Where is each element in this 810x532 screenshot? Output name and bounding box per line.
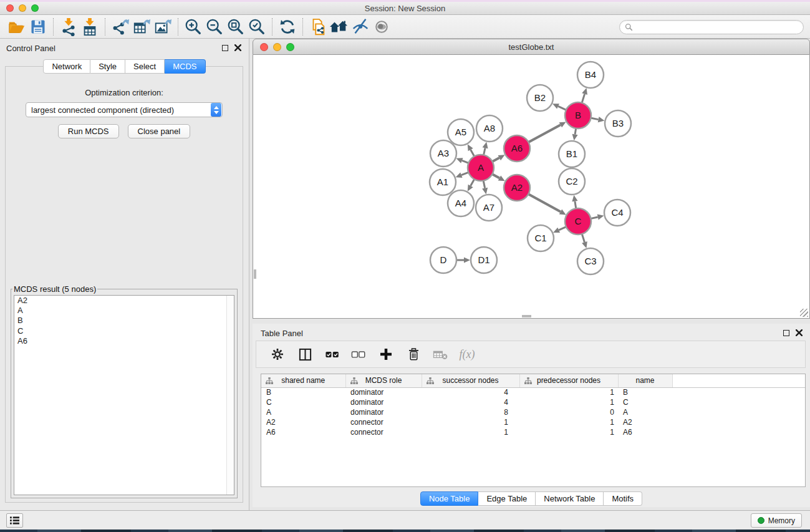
close-panel-icon-button[interactable] [234,44,241,51]
table-cell[interactable]: C [261,397,345,407]
mcds-list-scrollbar[interactable] [226,296,234,495]
float-table-panel-button[interactable] [783,330,789,336]
tab-select[interactable]: Select [125,59,165,74]
table-cell[interactable]: 0 [519,407,618,417]
table-cell[interactable]: connector [345,417,422,427]
tab-node-table[interactable]: Node Table [420,491,479,506]
refresh-view-button[interactable] [277,17,298,37]
table-row[interactable]: Bdominator41B [261,387,805,397]
import-table-button[interactable] [79,17,100,37]
network-window-titlebar[interactable]: testGlobe.txt [253,39,810,55]
column-header-MCDS-role[interactable]: MCDS role [345,374,422,387]
hide-selected-button[interactable] [350,17,371,37]
network-zoom-button[interactable] [286,43,294,51]
horizontal-scroll-indicator[interactable] [522,315,531,317]
delete-table-button[interactable] [430,343,452,365]
criterion-dropdown[interactable]: largest connected component (directed) [26,102,223,117]
table-cell[interactable]: A6 [261,427,345,437]
table-cell[interactable]: 4 [422,387,519,397]
table-cell[interactable]: B [618,387,672,397]
network-close-button[interactable] [260,43,268,51]
graph-edge-A2-C[interactable] [528,193,561,211]
mcds-result-item[interactable]: A2 [14,296,234,306]
table-options-button[interactable] [266,343,289,365]
run-mcds-button[interactable]: Run MCDS [58,124,119,138]
task-history-button[interactable] [6,513,23,528]
close-table-panel-button[interactable] [796,329,803,336]
search-input[interactable] [636,23,798,32]
table-cell[interactable]: 8 [422,407,519,417]
table-cell[interactable]: A [618,407,672,417]
table-row[interactable]: Cdominator41C [261,397,805,407]
column-header-shared-name[interactable]: shared name [261,374,345,387]
table-cell[interactable]: 1 [422,417,519,427]
save-session-button[interactable] [27,17,49,37]
close-panel-button[interactable]: Close panel [128,124,191,138]
table-cell[interactable]: 1 [422,427,519,437]
close-window-button[interactable] [6,4,14,12]
mcds-result-item[interactable]: A [14,306,234,316]
vertical-scroll-indicator[interactable] [254,269,256,279]
network-minimize-button[interactable] [273,43,281,51]
table-cell[interactable]: 4 [422,397,519,407]
minimize-window-button[interactable] [19,4,26,12]
table-cell[interactable]: B [261,387,345,397]
table-cell[interactable]: A2 [618,417,672,427]
tab-style[interactable]: Style [90,59,125,74]
mcds-result-item[interactable]: C [14,326,234,336]
table-cell[interactable]: A2 [261,417,345,427]
delete-columns-button[interactable] [402,343,425,365]
graph-edge-A6-B[interactable] [528,125,561,143]
memory-button[interactable]: Memory [751,513,802,528]
mcds-result-list[interactable]: A2ABCA6 [14,295,234,495]
export-table-button[interactable] [131,17,152,37]
clone-network-button[interactable] [307,17,329,37]
show-columns-button[interactable] [294,343,316,365]
column-header-name[interactable]: name [618,374,672,387]
unselect-all-button[interactable] [347,343,370,365]
zoom-out-button[interactable] [204,17,225,37]
export-image-button[interactable] [152,17,173,37]
node-table-container[interactable]: shared nameMCDS rolesuccessor nodesprede… [261,374,806,487]
zoom-fit-button[interactable] [225,17,246,37]
table-cell[interactable]: A6 [618,427,672,437]
network-canvas[interactable]: B4B2BB3A8A5A6A3B1AA1C2A2A4A7C4CC1C3DD1 [253,55,810,319]
tab-network-table[interactable]: Network Table [536,491,604,506]
table-cell[interactable]: dominator [345,397,422,407]
export-network-button[interactable] [110,17,131,37]
table-cell[interactable]: 1 [519,397,618,407]
select-all-button[interactable] [321,343,344,365]
column-header-successor-nodes[interactable]: successor nodes [422,374,519,387]
table-row[interactable]: A2connector11A2 [261,417,805,427]
open-session-button[interactable] [6,17,27,37]
table-cell[interactable]: dominator [345,407,422,417]
table-cell[interactable]: A [261,407,345,417]
table-cell[interactable]: 1 [519,387,618,397]
table-cell[interactable]: connector [345,427,422,437]
zoom-window-button[interactable] [31,4,39,12]
zoom-selected-button[interactable] [246,17,268,37]
show-all-button[interactable] [371,17,392,37]
float-panel-button[interactable] [222,45,228,51]
table-row[interactable]: Adominator80A [261,407,805,417]
import-network-button[interactable] [58,17,79,37]
tab-motifs[interactable]: Motifs [604,491,642,506]
table-cell[interactable]: C [618,397,672,407]
network-graph[interactable]: B4B2BB3A8A5A6A3B1AA1C2A2A4A7C4CC1C3DD1 [253,55,809,317]
window-resize-grip[interactable] [800,309,808,317]
search-field[interactable] [619,20,804,34]
mcds-result-item[interactable]: A6 [14,336,234,346]
apply-layout-button[interactable] [329,17,350,37]
table-cell[interactable]: dominator [345,387,422,397]
tab-network[interactable]: Network [43,59,90,74]
function-builder-button[interactable]: f(x) [456,343,478,365]
add-column-button[interactable] [375,343,397,365]
table-cell[interactable]: 1 [519,427,618,437]
mcds-result-item[interactable]: B [14,316,234,326]
table-cell[interactable]: 1 [519,417,618,427]
tab-edge-table[interactable]: Edge Table [478,491,536,506]
tab-mcds[interactable]: MCDS [165,59,205,74]
column-header-predecessor-nodes[interactable]: predecessor nodes [519,374,618,387]
zoom-in-button[interactable] [183,17,204,37]
table-row[interactable]: A6connector11A6 [261,427,805,437]
